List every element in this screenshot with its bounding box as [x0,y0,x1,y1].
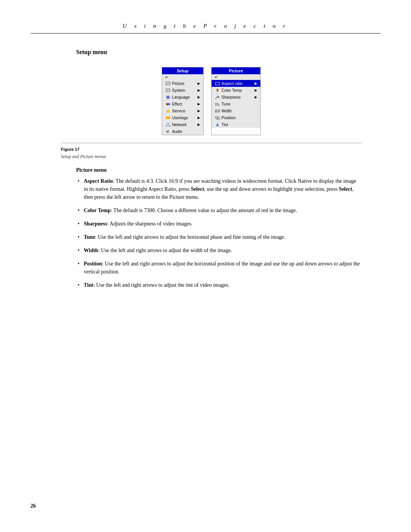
effect-icon [165,101,170,107]
tune-icon [215,101,220,107]
setup-arrow-service: ▶ [198,109,200,113]
audio-icon [165,129,170,134]
svg-rect-22 [215,103,217,105]
picture-icon [165,81,170,86]
picture-item-tint[interactable]: Tint [212,121,260,128]
menus-screenshot: Setup ↵ Picture ▶ System ▶ [61,67,362,135]
setup-menu-box: Setup ↵ Picture ▶ System ▶ [162,67,204,135]
bullet-list: Aspect Ratio: The default is 4:3. Click … [76,177,362,289]
svg-rect-20 [217,91,218,92]
page-header: U s i n g t h e P r o j e c t o r [0,0,411,33]
text-position: : Use the left and right arrows to adjus… [84,261,360,275]
svg-line-21 [215,96,218,99]
picture-label-width: Width [221,109,232,113]
svg-text:U: U [167,117,169,119]
setup-item-effect[interactable]: Effect ▶ [162,101,203,107]
bullet-aspect-ratio: Aspect Ratio: The default is 4:3. Click … [76,177,362,201]
bullet-sharpness: Sharpness: Adjusts the sharpness of vide… [76,220,362,228]
picture-item-color-temp[interactable]: Color Temp ▶ [212,87,260,94]
system-icon [165,88,170,93]
network-icon [165,122,170,127]
tint-icon [215,122,220,127]
bullet-width: Width: Use the left and right arrows to … [76,246,362,254]
svg-line-3 [169,83,170,84]
svg-line-16 [166,124,168,125]
setup-arrow-userlogo: ▶ [198,116,200,120]
picture-label-position: Position [221,115,236,120]
setup-label-audio: Audio [172,129,182,134]
bullet-position: Position: Use the left and right arrows … [76,260,362,276]
setup-arrow-language: ▶ [198,95,200,99]
picture-item-aspect-ratio[interactable]: Aspect ratio ▶ [212,80,260,87]
picture-item-sharpness[interactable]: Sharpness ▶ [212,94,260,101]
setup-item-picture[interactable]: Picture ▶ [162,80,203,87]
position-icon [215,115,220,120]
svg-line-17 [168,124,169,125]
svg-rect-19 [215,82,220,85]
picture-label-sharpness: Sharpness [221,95,241,99]
figure-section: Figure 17 [61,143,362,152]
setup-label-language: Language [172,95,190,99]
setup-label-userlogo: Userlogo [172,115,188,120]
term-sharpness: Sharpness [84,221,107,227]
svg-rect-14 [166,125,167,126]
setup-label-network: Network [172,122,187,127]
section-title: Setup menu [76,49,362,56]
color-temp-icon [215,88,220,93]
setup-label-effect: Effect [172,102,182,106]
svg-rect-5 [167,89,169,91]
term-color-temp: Color Temp [84,208,111,213]
bullet-color-temp: Color Temp: The default is 7300. Choose … [76,206,362,214]
picture-label-tune: Tune [221,102,231,106]
setup-item-userlogo[interactable]: U Userlogo ▶ [162,114,203,121]
setup-label-service: Service [172,109,185,113]
svg-point-10 [168,103,170,105]
bullet-tint: Tint: Use the left and right arrows to a… [76,281,362,289]
picture-label-aspect-ratio: Aspect ratio [221,81,242,86]
term-aspect-ratio: Aspect Ratio [84,178,113,184]
term-position: Position [84,261,102,267]
picture-label-tint: Tint [221,122,228,127]
setup-item-network[interactable]: Network ▶ [162,121,203,128]
header-title: U s i n g t h e P r o j e c t o r [123,23,288,29]
setup-item-service[interactable]: Service ▶ [162,107,203,114]
select-bold-1: Select [191,186,204,192]
setup-menu-header: Setup [162,67,203,74]
setup-back-arrow: ↵ [162,74,203,80]
term-tune: Tune [84,234,95,240]
svg-line-1 [166,83,167,84]
text-tint: : Use the left and right arrows to adjus… [93,282,229,288]
picture-arrow-color-temp: ▶ [255,88,257,92]
setup-arrow-network: ▶ [198,123,200,126]
text-sharpness: : Adjusts the sharpness of video images. [107,221,192,227]
page-number: 26 [30,503,36,509]
svg-rect-13 [167,123,169,124]
setup-item-language[interactable]: Language ▶ [162,94,203,101]
picture-back-arrow: ↵ [212,74,260,80]
text-aspect-ratio-2: , use the up and down arrows to highligh… [204,186,339,192]
sharpness-icon [215,94,220,100]
svg-rect-15 [169,125,170,126]
picture-item-tune[interactable]: Tune [212,101,260,107]
aspect-ratio-icon [215,81,220,86]
text-color-temp: : The default is 7300. Choose a differen… [111,208,297,213]
setup-item-system[interactable]: System ▶ [162,87,203,94]
select-bold-2: Select [339,186,352,192]
picture-menu-box: Picture ↵ Aspect ratio ▶ Color Temp ▶ [211,67,261,135]
picture-item-position[interactable]: Position [212,114,260,121]
term-tint: Tint [84,282,93,288]
picture-arrow-aspect-ratio: ▶ [255,81,257,85]
figure-label: Figure 17 [61,147,80,152]
service-icon [165,108,170,113]
text-tune: : Use the left and right arrows to adjus… [95,234,285,240]
svg-line-2 [167,83,169,84]
setup-arrow-system: ▶ [198,88,200,92]
setup-item-audio[interactable]: Audio [162,128,203,135]
picture-label-color-temp: Color Temp [221,88,242,93]
picture-item-width[interactable]: Width [212,107,260,114]
main-content: Setup menu Setup ↵ Picture ▶ System ▶ [0,34,411,310]
picture-menu-header: Picture [212,67,260,74]
term-width: Width [84,248,98,253]
setup-arrow-picture: ▶ [198,81,200,85]
figure-caption: Setup and Picture menus [61,154,362,160]
